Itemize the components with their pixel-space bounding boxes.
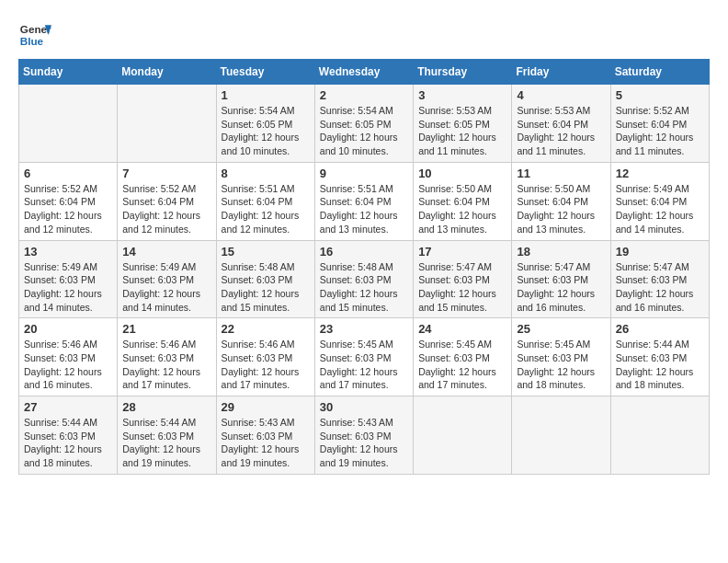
day-number: 10 [418, 167, 506, 180]
calendar-cell: 26Sunrise: 5:44 AM Sunset: 6:03 PM Dayli… [610, 318, 709, 396]
calendar-cell: 3Sunrise: 5:53 AM Sunset: 6:05 PM Daylig… [414, 85, 512, 163]
weekday-header-thursday: Thursday [414, 60, 512, 85]
day-number: 5 [616, 88, 704, 102]
calendar-cell: 16Sunrise: 5:48 AM Sunset: 6:03 PM Dayli… [314, 240, 413, 318]
day-number: 27 [24, 400, 112, 414]
calendar-cell: 10Sunrise: 5:50 AM Sunset: 6:04 PM Dayli… [414, 162, 512, 240]
day-number: 2 [320, 88, 408, 102]
day-info: Sunrise: 5:49 AM Sunset: 6:03 PM Dayligh… [122, 260, 210, 315]
calendar-cell: 13Sunrise: 5:49 AM Sunset: 6:03 PM Dayli… [19, 240, 118, 318]
calendar-cell: 4Sunrise: 5:53 AM Sunset: 6:04 PM Daylig… [512, 85, 610, 163]
calendar-cell: 15Sunrise: 5:48 AM Sunset: 6:03 PM Dayli… [216, 240, 314, 318]
calendar-cell [512, 396, 610, 475]
day-info: Sunrise: 5:48 AM Sunset: 6:03 PM Dayligh… [320, 260, 408, 315]
logo: General Blue [18, 18, 51, 52]
day-number: 26 [616, 322, 704, 336]
calendar-cell: 30Sunrise: 5:43 AM Sunset: 6:03 PM Dayli… [314, 396, 413, 475]
day-info: Sunrise: 5:46 AM Sunset: 6:03 PM Dayligh… [122, 338, 210, 392]
day-number: 25 [517, 322, 605, 336]
day-number: 21 [122, 322, 210, 336]
day-info: Sunrise: 5:43 AM Sunset: 6:03 PM Dayligh… [222, 416, 310, 470]
day-info: Sunrise: 5:49 AM Sunset: 6:03 PM Dayligh… [24, 260, 112, 315]
day-info: Sunrise: 5:45 AM Sunset: 6:03 PM Dayligh… [418, 338, 506, 392]
day-info: Sunrise: 5:44 AM Sunset: 6:03 PM Dayligh… [122, 416, 210, 470]
calendar-cell: 9Sunrise: 5:51 AM Sunset: 6:04 PM Daylig… [314, 162, 413, 240]
day-info: Sunrise: 5:47 AM Sunset: 6:03 PM Dayligh… [418, 260, 506, 315]
day-number: 16 [320, 245, 408, 259]
logo-icon: General Blue [18, 18, 51, 52]
calendar-cell: 17Sunrise: 5:47 AM Sunset: 6:03 PM Dayli… [414, 240, 512, 318]
day-info: Sunrise: 5:47 AM Sunset: 6:03 PM Dayligh… [517, 260, 605, 315]
day-info: Sunrise: 5:44 AM Sunset: 6:03 PM Dayligh… [24, 416, 112, 470]
calendar-cell: 8Sunrise: 5:51 AM Sunset: 6:04 PM Daylig… [216, 162, 314, 240]
day-number: 1 [222, 88, 310, 102]
day-number: 13 [24, 245, 112, 259]
day-info: Sunrise: 5:46 AM Sunset: 6:03 PM Dayligh… [222, 338, 310, 392]
day-info: Sunrise: 5:54 AM Sunset: 6:05 PM Dayligh… [222, 104, 310, 158]
calendar-cell [118, 85, 216, 163]
day-info: Sunrise: 5:54 AM Sunset: 6:05 PM Dayligh… [320, 104, 408, 158]
day-number: 29 [222, 400, 310, 414]
weekday-header-monday: Monday [118, 60, 216, 85]
calendar-cell: 27Sunrise: 5:44 AM Sunset: 6:03 PM Dayli… [19, 396, 118, 475]
weekday-header-tuesday: Tuesday [216, 60, 314, 85]
day-info: Sunrise: 5:52 AM Sunset: 6:04 PM Dayligh… [616, 104, 704, 158]
day-info: Sunrise: 5:53 AM Sunset: 6:04 PM Dayligh… [517, 104, 605, 158]
day-info: Sunrise: 5:53 AM Sunset: 6:05 PM Dayligh… [418, 104, 506, 158]
day-number: 18 [517, 245, 605, 259]
day-number: 3 [418, 88, 506, 102]
day-number: 19 [616, 245, 704, 259]
day-number: 7 [122, 167, 210, 180]
weekday-header-sunday: Sunday [19, 60, 118, 85]
calendar-cell: 20Sunrise: 5:46 AM Sunset: 6:03 PM Dayli… [19, 318, 118, 396]
day-info: Sunrise: 5:46 AM Sunset: 6:03 PM Dayligh… [24, 338, 112, 392]
day-number: 28 [122, 400, 210, 414]
day-info: Sunrise: 5:44 AM Sunset: 6:03 PM Dayligh… [616, 338, 704, 392]
day-number: 20 [24, 322, 112, 336]
day-info: Sunrise: 5:51 AM Sunset: 6:04 PM Dayligh… [222, 182, 310, 236]
day-info: Sunrise: 5:48 AM Sunset: 6:03 PM Dayligh… [222, 260, 310, 315]
day-number: 8 [222, 167, 310, 180]
day-number: 6 [24, 167, 112, 180]
day-number: 17 [418, 245, 506, 259]
day-number: 12 [616, 167, 704, 180]
day-number: 30 [320, 400, 408, 414]
calendar-cell: 29Sunrise: 5:43 AM Sunset: 6:03 PM Dayli… [216, 396, 314, 475]
day-number: 22 [222, 322, 310, 336]
calendar-cell: 18Sunrise: 5:47 AM Sunset: 6:03 PM Dayli… [512, 240, 610, 318]
calendar-cell [19, 85, 118, 163]
calendar-cell [414, 396, 512, 475]
calendar-cell: 24Sunrise: 5:45 AM Sunset: 6:03 PM Dayli… [414, 318, 512, 396]
calendar-cell: 25Sunrise: 5:45 AM Sunset: 6:03 PM Dayli… [512, 318, 610, 396]
calendar-cell: 14Sunrise: 5:49 AM Sunset: 6:03 PM Dayli… [118, 240, 216, 318]
weekday-header-friday: Friday [512, 60, 610, 85]
calendar-cell: 5Sunrise: 5:52 AM Sunset: 6:04 PM Daylig… [610, 85, 709, 163]
day-info: Sunrise: 5:43 AM Sunset: 6:03 PM Dayligh… [320, 416, 408, 470]
calendar-cell: 19Sunrise: 5:47 AM Sunset: 6:03 PM Dayli… [610, 240, 709, 318]
day-info: Sunrise: 5:45 AM Sunset: 6:03 PM Dayligh… [517, 338, 605, 392]
calendar-cell: 1Sunrise: 5:54 AM Sunset: 6:05 PM Daylig… [216, 85, 314, 163]
day-info: Sunrise: 5:45 AM Sunset: 6:03 PM Dayligh… [320, 338, 408, 392]
weekday-header-saturday: Saturday [610, 60, 709, 85]
calendar-cell: 7Sunrise: 5:52 AM Sunset: 6:04 PM Daylig… [118, 162, 216, 240]
day-number: 23 [320, 322, 408, 336]
day-number: 11 [517, 167, 605, 180]
day-info: Sunrise: 5:49 AM Sunset: 6:04 PM Dayligh… [616, 182, 704, 236]
day-info: Sunrise: 5:50 AM Sunset: 6:04 PM Dayligh… [517, 182, 605, 236]
calendar-cell [610, 396, 709, 475]
day-info: Sunrise: 5:47 AM Sunset: 6:03 PM Dayligh… [616, 260, 704, 315]
day-number: 14 [122, 245, 210, 259]
day-info: Sunrise: 5:52 AM Sunset: 6:04 PM Dayligh… [24, 182, 112, 236]
day-number: 15 [222, 245, 310, 259]
day-number: 4 [517, 88, 605, 102]
day-number: 9 [320, 167, 408, 180]
day-info: Sunrise: 5:50 AM Sunset: 6:04 PM Dayligh… [418, 182, 506, 236]
svg-text:Blue: Blue [20, 35, 44, 47]
calendar-cell: 23Sunrise: 5:45 AM Sunset: 6:03 PM Dayli… [314, 318, 413, 396]
calendar-cell: 12Sunrise: 5:49 AM Sunset: 6:04 PM Dayli… [610, 162, 709, 240]
calendar-cell: 6Sunrise: 5:52 AM Sunset: 6:04 PM Daylig… [19, 162, 118, 240]
calendar-cell: 11Sunrise: 5:50 AM Sunset: 6:04 PM Dayli… [512, 162, 610, 240]
day-number: 24 [418, 322, 506, 336]
calendar-cell: 21Sunrise: 5:46 AM Sunset: 6:03 PM Dayli… [118, 318, 216, 396]
calendar-cell: 28Sunrise: 5:44 AM Sunset: 6:03 PM Dayli… [118, 396, 216, 475]
